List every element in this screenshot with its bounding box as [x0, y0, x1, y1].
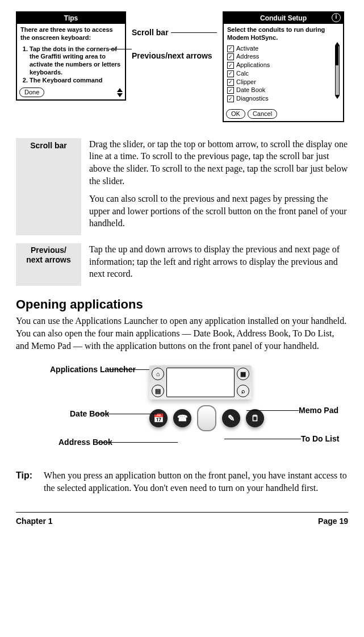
- term-prev-next: Previous/ next arrows: [16, 243, 81, 286]
- checkbox-icon[interactable]: ✓: [227, 87, 234, 94]
- tips-window: Tips There are three ways to access the …: [16, 11, 126, 101]
- tip-block: Tip: When you press an application butto…: [16, 469, 348, 494]
- arrow-up-icon: [117, 88, 123, 92]
- conduit-title-text: Conduit Setup: [260, 14, 307, 22]
- cancel-button[interactable]: Cancel: [248, 109, 277, 119]
- conduit-item: Diagnostics: [236, 95, 269, 103]
- address-book-button[interactable]: ☎: [173, 409, 191, 427]
- tips-item-2: The Keyboard command: [30, 77, 122, 85]
- prev-next-desc: Tap the up and down arrows to display th…: [89, 243, 348, 280]
- tip-label: Tip:: [16, 469, 32, 494]
- callout-address-book: Address Book: [58, 438, 96, 447]
- tips-title: Tips: [17, 13, 125, 24]
- conduit-title: Conduit Setup i: [224, 13, 343, 24]
- scroll-bar[interactable]: [335, 42, 340, 106]
- writing-area[interactable]: [166, 368, 235, 397]
- calc-icon[interactable]: ▦: [237, 368, 249, 380]
- term-prev-next-l2: next arrows: [26, 255, 71, 264]
- conduit-item: Address: [236, 53, 259, 61]
- menu-icon[interactable]: ▤: [152, 385, 164, 397]
- callout-apps-launcher: Applications Launcher: [50, 365, 107, 374]
- term-prev-next-l1: Previous/: [31, 245, 66, 255]
- checkbox-icon[interactable]: ✓: [227, 70, 234, 77]
- scroll-bar-desc-2: You can also scroll to the previous and …: [89, 193, 348, 230]
- tips-intro: There are three ways to access the onscr…: [20, 26, 122, 42]
- definitions-table: Scroll bar Drag the slider, or tap the t…: [16, 138, 348, 286]
- leader-line: [171, 32, 217, 33]
- callout-todo-list: To Do List: [301, 435, 328, 443]
- find-icon[interactable]: ⌕: [237, 385, 249, 397]
- conduit-intro: Select the conduits to run during Modem …: [227, 26, 340, 42]
- heading-opening-apps: Opening applications: [16, 296, 348, 313]
- conduit-window: Conduit Setup i Select the conduits to r…: [223, 11, 344, 122]
- scrollbar-arrow-down-icon: [335, 95, 340, 99]
- checkbox-icon[interactable]: ✓: [227, 79, 234, 86]
- tips-item-1: Tap the dots in the corners of the Graff…: [30, 45, 122, 77]
- scroll-bar-desc-1: Drag the slider, or tap the top or botto…: [89, 138, 348, 187]
- callout-date-book: Date Book: [70, 410, 95, 418]
- figure-scroll-screens: Tips There are three ways to access the …: [16, 11, 348, 122]
- device-diagram: ⌂ ▤ ▦ ⌕ 📅 ☎ ✎ 🗒 Applications Launcher Da…: [16, 360, 348, 459]
- checkbox-icon[interactable]: ✓: [227, 53, 234, 60]
- conduit-item: Date Book: [236, 86, 265, 94]
- scroll-rocker[interactable]: [197, 405, 216, 431]
- checkbox-icon[interactable]: ✓: [227, 62, 234, 69]
- conduit-item: Calc: [236, 70, 249, 78]
- conduit-item: Activate: [236, 45, 258, 53]
- graffiti-area: ⌂ ▤ ▦ ⌕: [149, 365, 252, 399]
- scroll-bar-label: Scroll bar: [132, 27, 169, 38]
- footer-page: Page 19: [318, 516, 348, 527]
- checkbox-icon[interactable]: ✓: [227, 45, 234, 52]
- home-icon[interactable]: ⌂: [152, 368, 164, 380]
- prev-next-arrows[interactable]: [117, 88, 123, 97]
- prev-next-label: Previous/next arrows: [132, 51, 194, 61]
- done-button[interactable]: Done: [19, 88, 44, 97]
- term-scroll-bar: Scroll bar: [16, 138, 81, 235]
- ok-button[interactable]: OK: [226, 109, 245, 119]
- conduit-item: Clipper: [236, 78, 256, 86]
- info-icon[interactable]: i: [332, 13, 341, 22]
- footer-chapter: Chapter 1: [16, 516, 53, 527]
- arrow-down-icon: [117, 93, 123, 97]
- page-footer: Chapter 1 Page 19: [16, 512, 348, 527]
- tip-body: When you press an application button on …: [44, 469, 348, 494]
- checkbox-icon[interactable]: ✓: [227, 95, 234, 102]
- conduit-item: Applications: [236, 61, 270, 69]
- opening-apps-intro: You can use the Applications Launcher to…: [16, 315, 348, 352]
- todo-list-button[interactable]: ✎: [222, 409, 240, 427]
- callout-memo-pad: Memo Pad: [299, 406, 328, 415]
